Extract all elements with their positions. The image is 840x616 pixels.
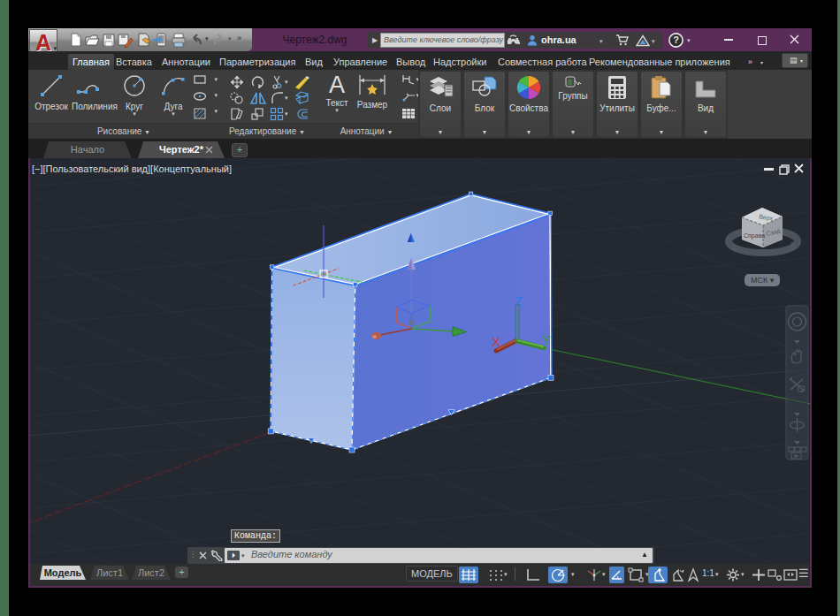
svg-text:8: 8 xyxy=(568,78,572,87)
svg-text:Справа: Справа xyxy=(744,232,765,240)
svg-text:Ю: Ю xyxy=(733,245,739,251)
svg-text:МСК ▾: МСК ▾ xyxy=(751,276,775,285)
svg-text:В: В xyxy=(790,241,795,247)
svg-text:Y: Y xyxy=(542,332,551,347)
svg-text:?: ? xyxy=(673,34,679,45)
